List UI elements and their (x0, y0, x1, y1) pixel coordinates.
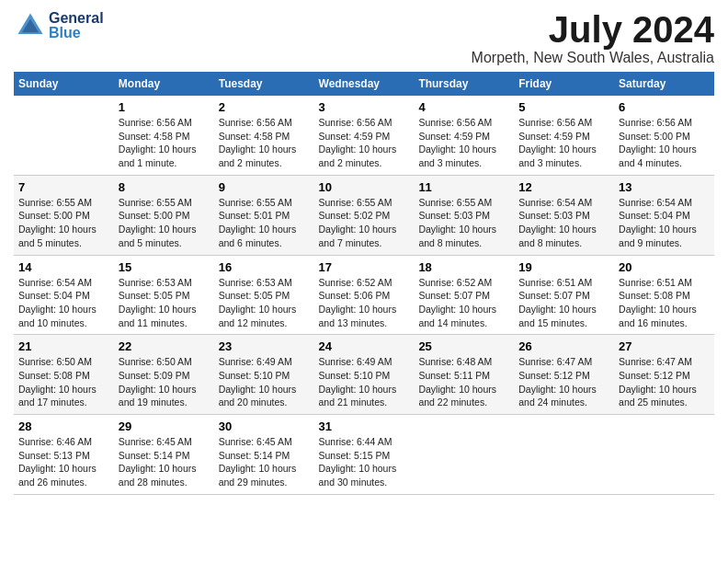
day-info: Sunrise: 6:54 AMSunset: 5:03 PMDaylight:… (518, 196, 609, 250)
sunrise-text: Sunrise: 6:53 AM (219, 277, 292, 288)
day-info: Sunrise: 6:54 AMSunset: 5:04 PMDaylight:… (18, 276, 109, 330)
sunset-text: Sunset: 5:08 PM (18, 370, 90, 381)
daylight-text: Daylight: 10 hours and 17 minutes. (18, 384, 97, 408)
sunrise-text: Sunrise: 6:56 AM (219, 117, 292, 128)
day-number: 26 (518, 339, 609, 353)
calendar-cell: 23Sunrise: 6:49 AMSunset: 5:10 PMDayligh… (214, 335, 314, 415)
sunset-text: Sunset: 5:08 PM (619, 290, 690, 301)
day-info: Sunrise: 6:44 AMSunset: 5:15 PMDaylight:… (319, 435, 410, 489)
sunrise-text: Sunrise: 6:52 AM (319, 277, 392, 288)
day-info: Sunrise: 6:49 AMSunset: 5:10 PMDaylight:… (219, 355, 310, 409)
sunrise-text: Sunrise: 6:55 AM (119, 197, 192, 208)
sunrise-text: Sunrise: 6:55 AM (18, 197, 92, 208)
day-number: 5 (518, 100, 609, 114)
sunset-text: Sunset: 5:15 PM (319, 450, 391, 461)
daylight-text: Daylight: 10 hours and 11 minutes. (119, 304, 197, 328)
calendar-header-row: SundayMondayTuesdayWednesdayThursdayFrid… (14, 72, 714, 96)
sunrise-text: Sunrise: 6:51 AM (619, 277, 692, 288)
daylight-text: Daylight: 10 hours and 3 minutes. (418, 144, 496, 168)
logo-general-text: General (49, 11, 104, 26)
day-number: 25 (418, 339, 509, 353)
day-info: Sunrise: 6:51 AMSunset: 5:07 PMDaylight:… (518, 276, 609, 330)
day-number: 29 (119, 419, 210, 433)
calendar-cell: 16Sunrise: 6:53 AMSunset: 5:05 PMDayligh… (214, 255, 314, 335)
day-info: Sunrise: 6:51 AMSunset: 5:08 PMDaylight:… (619, 276, 710, 330)
sunrise-text: Sunrise: 6:55 AM (219, 197, 292, 208)
calendar-cell: 14Sunrise: 6:54 AMSunset: 5:04 PMDayligh… (14, 255, 114, 335)
sunset-text: Sunset: 5:11 PM (418, 370, 490, 381)
day-number: 4 (418, 100, 509, 114)
sunrise-text: Sunrise: 6:54 AM (18, 277, 92, 288)
calendar-cell: 1Sunrise: 6:56 AMSunset: 4:58 PMDaylight… (114, 96, 214, 175)
day-number: 16 (219, 260, 310, 274)
calendar-cell (614, 415, 714, 495)
column-header-tuesday: Tuesday (214, 72, 314, 96)
sunset-text: Sunset: 4:58 PM (119, 131, 190, 142)
day-number: 27 (619, 339, 710, 353)
sunset-text: Sunset: 5:00 PM (18, 210, 90, 221)
calendar-cell: 28Sunrise: 6:46 AMSunset: 5:13 PMDayligh… (14, 415, 114, 495)
calendar-cell: 3Sunrise: 6:56 AMSunset: 4:59 PMDaylight… (314, 96, 415, 175)
day-info: Sunrise: 6:50 AMSunset: 5:09 PMDaylight:… (119, 355, 210, 409)
day-number: 12 (518, 180, 609, 194)
daylight-text: Daylight: 10 hours and 8 minutes. (518, 224, 597, 248)
sunrise-text: Sunrise: 6:47 AM (518, 356, 592, 367)
sunrise-text: Sunrise: 6:50 AM (18, 356, 92, 367)
day-number: 19 (518, 260, 609, 274)
calendar-cell: 19Sunrise: 6:51 AMSunset: 5:07 PMDayligh… (514, 255, 614, 335)
daylight-text: Daylight: 10 hours and 1 minute. (119, 144, 197, 168)
day-info: Sunrise: 6:55 AMSunset: 5:00 PMDaylight:… (18, 196, 109, 250)
calendar-cell: 10Sunrise: 6:55 AMSunset: 5:02 PMDayligh… (314, 175, 415, 255)
calendar-cell: 15Sunrise: 6:53 AMSunset: 5:05 PMDayligh… (114, 255, 214, 335)
title-block: July 2024 Morpeth, New South Wales, Aust… (472, 9, 714, 66)
day-number: 11 (418, 180, 509, 194)
calendar-cell: 18Sunrise: 6:52 AMSunset: 5:07 PMDayligh… (414, 255, 514, 335)
day-info: Sunrise: 6:53 AMSunset: 5:05 PMDaylight:… (219, 276, 310, 330)
day-number: 2 (219, 100, 310, 114)
column-header-saturday: Saturday (614, 72, 714, 96)
sunset-text: Sunset: 5:00 PM (119, 210, 190, 221)
day-info: Sunrise: 6:55 AMSunset: 5:02 PMDaylight:… (319, 196, 410, 250)
sunset-text: Sunset: 4:59 PM (319, 131, 391, 142)
sunset-text: Sunset: 5:07 PM (518, 290, 590, 301)
logo: General Blue (14, 9, 104, 42)
page-header: General Blue July 2024 Morpeth, New Sout… (14, 9, 714, 66)
sunset-text: Sunset: 5:13 PM (18, 450, 90, 461)
day-number: 14 (18, 260, 109, 274)
calendar-week-row: 7Sunrise: 6:55 AMSunset: 5:00 PMDaylight… (14, 175, 714, 255)
day-info: Sunrise: 6:56 AMSunset: 4:59 PMDaylight:… (418, 116, 509, 170)
day-number: 6 (619, 100, 710, 114)
calendar-week-row: 21Sunrise: 6:50 AMSunset: 5:08 PMDayligh… (14, 335, 714, 415)
column-header-thursday: Thursday (414, 72, 514, 96)
sunrise-text: Sunrise: 6:47 AM (619, 356, 692, 367)
daylight-text: Daylight: 10 hours and 28 minutes. (119, 463, 197, 488)
day-number: 30 (219, 419, 310, 433)
daylight-text: Daylight: 10 hours and 9 minutes. (619, 224, 697, 248)
day-info: Sunrise: 6:56 AMSunset: 4:58 PMDaylight:… (219, 116, 310, 170)
sunset-text: Sunset: 5:10 PM (219, 370, 290, 381)
daylight-text: Daylight: 10 hours and 16 minutes. (619, 304, 697, 328)
day-info: Sunrise: 6:49 AMSunset: 5:10 PMDaylight:… (319, 355, 410, 409)
daylight-text: Daylight: 10 hours and 19 minutes. (119, 384, 197, 408)
sunrise-text: Sunrise: 6:56 AM (619, 117, 692, 128)
subtitle: Morpeth, New South Wales, Australia (472, 50, 714, 66)
sunset-text: Sunset: 5:02 PM (319, 210, 391, 221)
calendar-cell: 6Sunrise: 6:56 AMSunset: 5:00 PMDaylight… (614, 96, 714, 175)
calendar-cell: 26Sunrise: 6:47 AMSunset: 5:12 PMDayligh… (514, 335, 614, 415)
column-header-wednesday: Wednesday (314, 72, 415, 96)
sunset-text: Sunset: 5:05 PM (119, 290, 190, 301)
daylight-text: Daylight: 10 hours and 13 minutes. (319, 304, 397, 328)
day-info: Sunrise: 6:48 AMSunset: 5:11 PMDaylight:… (418, 355, 509, 409)
calendar-cell: 13Sunrise: 6:54 AMSunset: 5:04 PMDayligh… (614, 175, 714, 255)
sunrise-text: Sunrise: 6:56 AM (418, 117, 492, 128)
daylight-text: Daylight: 10 hours and 15 minutes. (518, 304, 597, 328)
sunset-text: Sunset: 5:04 PM (619, 210, 690, 221)
sunrise-text: Sunrise: 6:50 AM (119, 356, 192, 367)
sunset-text: Sunset: 5:04 PM (18, 290, 90, 301)
daylight-text: Daylight: 10 hours and 6 minutes. (219, 224, 297, 248)
sunrise-text: Sunrise: 6:55 AM (418, 197, 492, 208)
sunset-text: Sunset: 4:58 PM (219, 131, 290, 142)
day-number: 1 (119, 100, 210, 114)
day-number: 13 (619, 180, 710, 194)
day-info: Sunrise: 6:56 AMSunset: 5:00 PMDaylight:… (619, 116, 710, 170)
